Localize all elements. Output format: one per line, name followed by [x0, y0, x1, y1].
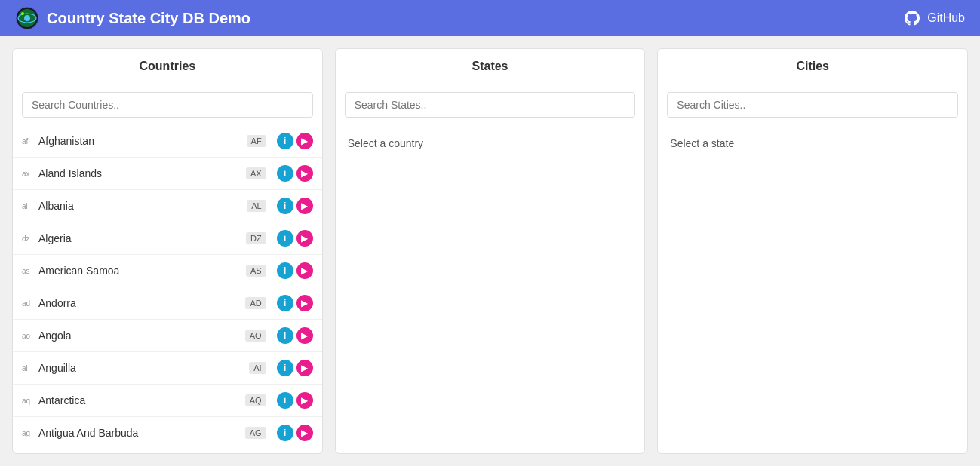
- country-badge: AD: [245, 297, 266, 309]
- svg-point-4: [21, 12, 24, 15]
- country-code-small: af: [22, 137, 34, 146]
- github-icon: [903, 9, 921, 27]
- row-actions: i ▶: [277, 360, 313, 376]
- info-button[interactable]: i: [277, 230, 293, 247]
- countries-list: af Afghanistan AF i ▶ ax Aland Islands A…: [13, 125, 322, 453]
- info-button[interactable]: i: [277, 327, 293, 344]
- country-row[interactable]: ai Anguilla AI i ▶: [13, 352, 322, 385]
- country-badge: AL: [247, 200, 266, 212]
- info-button[interactable]: i: [277, 360, 293, 376]
- country-name: Antarctica: [38, 394, 241, 406]
- states-panel: States Select a country: [335, 48, 646, 454]
- navigate-button[interactable]: ▶: [296, 133, 313, 149]
- country-badge: AQ: [245, 394, 266, 406]
- cities-placeholder: Select a state: [658, 125, 967, 161]
- app-title: Country State City DB Demo: [47, 10, 250, 27]
- country-row[interactable]: dz Algeria DZ i ▶: [13, 222, 322, 255]
- row-actions: i ▶: [277, 295, 313, 311]
- country-name: American Samoa: [38, 265, 241, 277]
- country-name: Afghanistan: [38, 135, 242, 147]
- country-badge: DZ: [246, 232, 266, 244]
- country-row[interactable]: af Afghanistan AF i ▶: [13, 125, 322, 158]
- country-name: Albania: [38, 200, 242, 212]
- row-actions: i ▶: [277, 392, 313, 409]
- states-heading: States: [336, 49, 645, 84]
- country-code-small: ag: [22, 429, 34, 437]
- country-row[interactable]: aq Antarctica AQ i ▶: [13, 385, 322, 417]
- row-actions: i ▶: [277, 262, 313, 279]
- country-name: Andorra: [38, 297, 241, 309]
- country-badge: AX: [246, 167, 266, 179]
- navigate-button[interactable]: ▶: [296, 262, 313, 279]
- navigate-button[interactable]: ▶: [296, 392, 313, 409]
- country-badge: AO: [245, 330, 266, 342]
- info-button[interactable]: i: [277, 392, 293, 409]
- country-name: Aland Islands: [38, 167, 241, 179]
- cities-panel: Cities Select a state: [657, 48, 968, 454]
- navigate-button[interactable]: ▶: [296, 295, 313, 311]
- app-header: Country State City DB Demo GitHub: [0, 0, 980, 36]
- cities-search-input[interactable]: [667, 92, 958, 118]
- info-button[interactable]: i: [277, 295, 293, 311]
- country-row[interactable]: ad Andorra AD i ▶: [13, 287, 322, 320]
- country-code-small: as: [22, 267, 34, 275]
- country-name: Algeria: [38, 232, 241, 244]
- info-button[interactable]: i: [277, 262, 293, 279]
- info-button[interactable]: i: [277, 198, 293, 214]
- info-button[interactable]: i: [277, 425, 293, 441]
- country-row[interactable]: al Albania AL i ▶: [13, 190, 322, 222]
- country-row[interactable]: as American Samoa AS i ▶: [13, 255, 322, 287]
- country-name: Antigua And Barbuda: [38, 427, 241, 439]
- country-code-small: ad: [22, 299, 34, 308]
- country-code-small: aq: [22, 397, 34, 405]
- row-actions: i ▶: [277, 198, 313, 214]
- cities-list: Select a state: [658, 125, 967, 453]
- country-code-small: al: [22, 202, 34, 210]
- main-content: Countries af Afghanistan AF i ▶ ax Aland…: [0, 36, 980, 466]
- country-row[interactable]: ax Aland Islands AX i ▶: [13, 158, 322, 190]
- info-button[interactable]: i: [277, 165, 293, 182]
- navigate-button[interactable]: ▶: [296, 198, 313, 214]
- country-row[interactable]: ao Angola AO i ▶: [13, 320, 322, 352]
- svg-point-3: [24, 15, 30, 21]
- row-actions: i ▶: [277, 133, 313, 149]
- country-code-small: ao: [22, 332, 34, 340]
- navigate-button[interactable]: ▶: [296, 425, 313, 441]
- country-row[interactable]: ag Antigua And Barbuda AG i ▶: [13, 417, 322, 449]
- countries-panel: Countries af Afghanistan AF i ▶ ax Aland…: [12, 48, 323, 454]
- cities-heading: Cities: [658, 49, 967, 84]
- country-badge: AS: [246, 265, 266, 277]
- states-placeholder: Select a country: [336, 125, 645, 161]
- navigate-button[interactable]: ▶: [296, 360, 313, 376]
- row-actions: i ▶: [277, 327, 313, 344]
- row-actions: i ▶: [277, 165, 313, 182]
- navigate-button[interactable]: ▶: [296, 230, 313, 247]
- country-name: Anguilla: [38, 362, 244, 374]
- states-search-input[interactable]: [345, 92, 636, 118]
- countries-search-input[interactable]: [22, 92, 313, 118]
- row-actions: i ▶: [277, 425, 313, 441]
- country-name: Angola: [38, 330, 241, 342]
- row-actions: i ▶: [277, 230, 313, 247]
- country-code-small: ax: [22, 170, 34, 178]
- navigate-button[interactable]: ▶: [296, 327, 313, 344]
- country-code-small: ai: [22, 364, 34, 372]
- countries-heading: Countries: [13, 49, 322, 84]
- country-badge: AF: [247, 135, 266, 147]
- navigate-button[interactable]: ▶: [296, 165, 313, 182]
- app-title-group: Country State City DB Demo: [15, 6, 250, 30]
- country-code-small: dz: [22, 235, 34, 243]
- states-list: Select a country: [336, 125, 645, 453]
- country-row[interactable]: ar Argentina AR i ▶: [13, 449, 322, 453]
- github-label: GitHub: [927, 11, 965, 25]
- country-badge: AI: [249, 362, 266, 374]
- country-badge: AG: [245, 427, 266, 439]
- github-link[interactable]: GitHub: [903, 9, 965, 27]
- info-button[interactable]: i: [277, 133, 293, 149]
- globe-icon: [15, 6, 39, 30]
